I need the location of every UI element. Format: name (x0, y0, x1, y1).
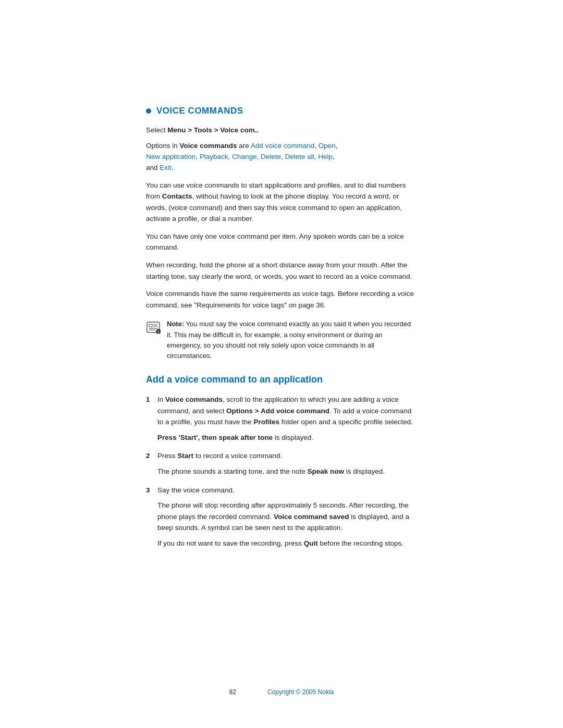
step1-bold3: Profiles (254, 418, 280, 426)
note-body: You must say the voice command exactly a… (167, 320, 411, 359)
step3-sub1-bold: Voice command saved (274, 513, 349, 521)
step1-end: folder open and a specific profile selec… (279, 418, 413, 426)
options-suffix: are (237, 142, 251, 150)
numbered-list: 1 In Voice commands, scroll to the appli… (146, 394, 417, 549)
list-item-2: 2 Press Start to record a voice command.… (146, 450, 417, 477)
step3-text: Say the voice command. (157, 486, 235, 494)
section-title: VOICE COMMANDS (156, 104, 243, 118)
step2-sub-end: is displayed. (344, 467, 385, 475)
step2-sub-prefix: The phone sounds a starting tone, and th… (157, 467, 307, 475)
copyright: Copyright © 2005 Nokia (267, 687, 334, 697)
list-item-3: 3 Say the voice command. The phone will … (146, 485, 417, 549)
press-start-suffix: is displayed. (273, 434, 313, 441)
link-open[interactable]: Open (319, 142, 336, 150)
select-label: Select (146, 126, 167, 134)
step3-sub2-prefix: If you do not want to save the recording… (157, 539, 304, 547)
step2-bold: Start (177, 452, 193, 460)
step-number-2: 2 (146, 450, 157, 462)
contacts-bold: Contacts (162, 192, 192, 200)
step3-sub1-end: can be seen next to the application. (230, 524, 342, 532)
step2-content: Press Start to record a voice command. T… (157, 450, 417, 477)
step1-bold2: Options > Add voice command (226, 407, 329, 415)
link-new-application[interactable]: New application (146, 153, 195, 161)
page: VOICE COMMANDS Select Menu > Tools > Voi… (0, 0, 563, 728)
press-start-bold: Press 'Start', then speak after tone (157, 434, 273, 441)
link-exit[interactable]: Exit (160, 164, 172, 171)
step3-sub2-end: before the recording stops. (318, 539, 403, 547)
options-prefix: Options in (146, 142, 180, 150)
svg-rect-1 (149, 324, 152, 327)
body-para3: When recording, hold the phone at a shor… (146, 260, 417, 282)
note-icon: ! (146, 320, 161, 335)
step3-sub1: The phone will stop recording after appr… (157, 500, 417, 534)
press-start-line: Press 'Start', then speak after tone is … (157, 432, 417, 443)
step-number-3: 3 (146, 485, 157, 496)
step1-bold1: Voice commands (165, 396, 223, 403)
section-header: VOICE COMMANDS (146, 104, 417, 118)
link-delete-all[interactable]: Delete all (285, 153, 314, 161)
page-footer: 82 Copyright © 2005 Nokia (0, 687, 563, 697)
options-line: Options in Voice commands are Add voice … (146, 141, 417, 174)
step3-content: Say the voice command. The phone will st… (157, 485, 417, 549)
page-number: 82 (229, 687, 236, 697)
note-box: ! Note: You must say the voice command e… (146, 319, 417, 361)
link-add-voice[interactable]: Add voice command (251, 142, 314, 150)
step2-end: to record a voice command. (193, 452, 282, 460)
options-and: and (146, 164, 160, 171)
body-para2: You can have only one voice command per … (146, 231, 417, 253)
blue-dot-icon (146, 108, 151, 114)
note-text: Note: You must say the voice command exa… (167, 319, 417, 361)
options-period: . (172, 164, 174, 171)
step2-sub-bold: Speak now (307, 467, 344, 475)
body-para4: Voice commands have the same requirement… (146, 288, 417, 311)
step-number-1: 1 (146, 394, 157, 405)
link-playback[interactable]: Playback (200, 153, 228, 161)
options-bold: Voice commands (180, 142, 237, 150)
select-menu-line: Select Menu > Tools > Voice com.. (146, 125, 417, 135)
subsection-title: Add a voice command to an application (146, 373, 417, 387)
step2-prefix: Press (157, 452, 177, 460)
step1-prefix: In (157, 396, 165, 403)
link-help[interactable]: Help (318, 153, 333, 161)
link-change[interactable]: Change (232, 153, 256, 161)
link-delete[interactable]: Delete (261, 153, 281, 161)
step1-content: In Voice commands, scroll to the applica… (157, 394, 417, 443)
note-label: Note: (167, 320, 184, 328)
list-item-1: 1 In Voice commands, scroll to the appli… (146, 394, 417, 443)
body-para1: You can use voice commands to start appl… (146, 180, 417, 225)
step3-sub2: If you do not want to save the recording… (157, 538, 417, 549)
step2-sub: The phone sounds a starting tone, and th… (157, 466, 417, 477)
step3-sub2-bold: Quit (304, 539, 318, 547)
svg-text:!: ! (158, 330, 159, 334)
select-menu-bold: Menu > Tools > Voice com.. (167, 126, 259, 134)
